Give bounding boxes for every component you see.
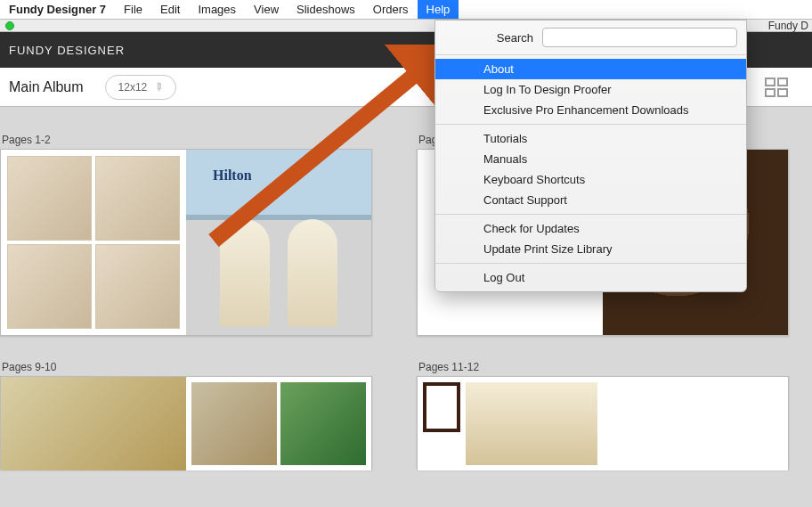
window-title-fragment: Fundy D xyxy=(768,20,808,32)
spread-label: Pages 11-12 xyxy=(418,361,789,373)
menubar: Fundy Designer 7 File Edit Images View S… xyxy=(0,0,812,20)
menu-orders[interactable]: Orders xyxy=(364,0,418,19)
help-item-tutorials[interactable]: Tutorials xyxy=(435,128,746,149)
photo-thumb[interactable] xyxy=(466,382,597,465)
photo-thumb[interactable] xyxy=(191,382,277,465)
svg-rect-0 xyxy=(766,78,775,86)
help-item-about[interactable]: About xyxy=(435,59,746,79)
spread-label: Pages 9-10 xyxy=(2,361,372,373)
svg-rect-1 xyxy=(778,78,787,86)
page-2[interactable]: Hilton xyxy=(186,150,371,335)
spread-11-12[interactable]: Pages 11-12 xyxy=(417,361,789,470)
menu-edit[interactable]: Edit xyxy=(151,0,189,19)
menu-images[interactable]: Images xyxy=(189,0,245,19)
help-item-log-out[interactable]: Log Out xyxy=(435,267,746,288)
app-header-title: FUNDY DESIGNER xyxy=(9,44,125,57)
help-menu-dropdown: Search About Log In To Design Proofer Ex… xyxy=(434,20,747,292)
layout-view-icon[interactable] xyxy=(764,75,789,103)
help-search-label: Search xyxy=(435,31,533,45)
traffic-light-green[interactable] xyxy=(5,21,14,30)
help-item-manuals[interactable]: Manuals xyxy=(435,149,746,169)
help-item-update-print-library[interactable]: Update Print Size Library xyxy=(435,239,746,259)
help-item-check-updates[interactable]: Check for Updates xyxy=(435,218,746,239)
album-size-label: 12x12 xyxy=(118,81,148,94)
spread-9-10[interactable]: Pages 9-10 xyxy=(0,361,372,470)
help-item-pro-downloads[interactable]: Exclusive Pro Enhancement Downloads xyxy=(435,100,746,120)
page-10[interactable] xyxy=(186,377,371,470)
help-item-contact-support[interactable]: Contact Support xyxy=(435,190,746,210)
app-title: Fundy Designer 7 xyxy=(0,3,115,16)
photo-thumb[interactable] xyxy=(423,382,460,432)
menu-help[interactable]: Help xyxy=(418,0,459,19)
menu-slideshows[interactable]: Slideshows xyxy=(288,0,364,19)
page-1[interactable] xyxy=(1,150,186,335)
help-item-login-proofer[interactable]: Log In To Design Proofer xyxy=(435,79,746,100)
album-title: Main Album xyxy=(9,79,84,95)
help-search-input[interactable] xyxy=(542,28,737,47)
photo-thumb[interactable] xyxy=(7,156,92,241)
page-11[interactable] xyxy=(418,377,603,470)
photo-thumb[interactable] xyxy=(95,244,180,329)
svg-rect-3 xyxy=(778,89,787,96)
help-item-shortcuts[interactable]: Keyboard Shortcuts xyxy=(435,169,746,190)
photo-thumb[interactable] xyxy=(280,382,366,465)
photo-thumb[interactable] xyxy=(95,156,180,241)
svg-rect-2 xyxy=(766,89,775,96)
spread-label: Pages 1-2 xyxy=(2,134,372,146)
page-12[interactable] xyxy=(603,377,788,470)
hilton-sign: Hilton xyxy=(213,168,252,184)
album-size-selector[interactable]: 12x12 ✎ xyxy=(105,75,177,100)
menu-view[interactable]: View xyxy=(245,0,288,19)
pencil-icon: ✎ xyxy=(151,79,166,94)
menu-file[interactable]: File xyxy=(115,0,151,19)
spread-1-2[interactable]: Pages 1-2 Hilton xyxy=(0,134,372,336)
photo-thumb[interactable] xyxy=(7,244,92,329)
page-9[interactable] xyxy=(1,377,186,470)
